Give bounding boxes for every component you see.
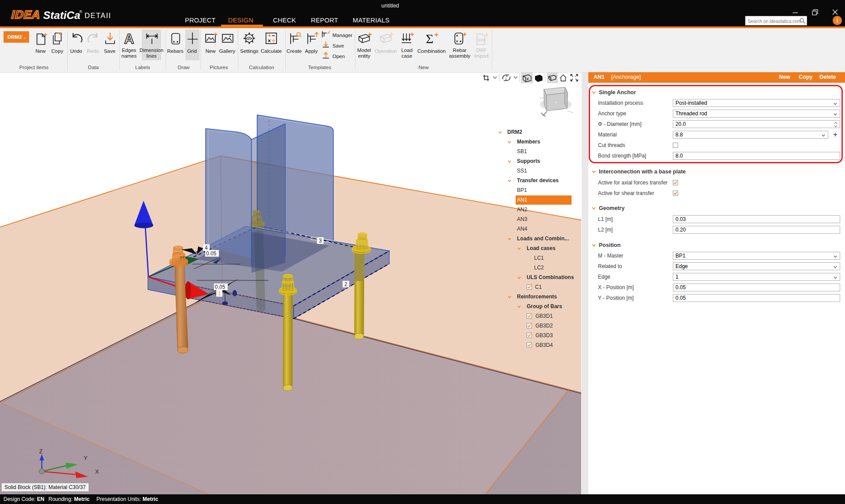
svg-text:3: 3: [319, 238, 322, 244]
svg-text:0.05: 0.05: [215, 284, 225, 290]
svg-text:</>: </>: [246, 36, 252, 41]
svg-text:DETAIL: DETAIL: [85, 11, 110, 19]
svg-text:xy: xy: [554, 101, 557, 103]
svg-text:Σ: Σ: [426, 31, 433, 46]
svg-text:StatiCa: StatiCa: [43, 9, 80, 21]
svg-text:0.05: 0.05: [206, 250, 217, 257]
svg-text:®: ®: [79, 10, 82, 14]
svg-text:2: 2: [344, 281, 347, 287]
svg-text:DXF: DXF: [478, 38, 486, 42]
svg-text:Z: Z: [39, 449, 43, 455]
svg-text:Y: Y: [84, 455, 88, 461]
svg-text:A: A: [124, 31, 134, 47]
svg-text:X: X: [95, 469, 99, 475]
svg-text:IDEA: IDEA: [10, 8, 42, 21]
svg-text:1: 1: [218, 291, 221, 297]
